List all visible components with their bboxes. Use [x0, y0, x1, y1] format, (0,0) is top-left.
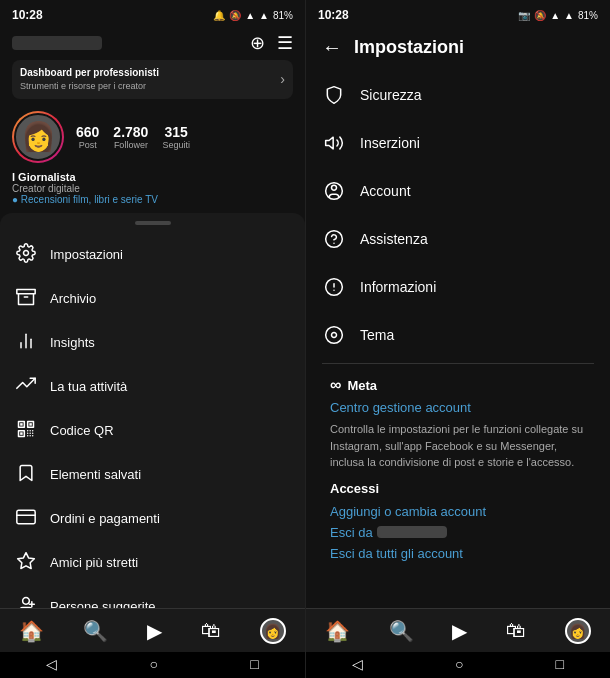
menu-item-insights[interactable]: Insights — [0, 321, 305, 365]
home-sys-btn-right[interactable]: ○ — [455, 656, 463, 672]
bookmark-icon — [16, 463, 36, 487]
card-icon — [16, 507, 36, 531]
home-sys-btn[interactable]: ○ — [150, 656, 158, 672]
menu-label-qr: Codice QR — [50, 423, 114, 438]
reels-nav-icon-right[interactable]: ▶ — [452, 619, 467, 643]
profile-header: ⊕ ☰ — [0, 28, 305, 60]
home-nav-icon[interactable]: 🏠 — [19, 619, 44, 643]
svg-point-36 — [326, 327, 343, 344]
qr-icon — [16, 419, 36, 443]
gear-icon — [16, 243, 36, 267]
esci-tutti-link[interactable]: Esci da tutti gli account — [330, 546, 586, 561]
profile-nav-avatar-right[interactable]: 👩 — [565, 618, 591, 644]
settings-item-account[interactable]: Account — [314, 167, 602, 215]
stat-seguiti-label: Seguiti — [162, 140, 190, 150]
signal-icon: ▲ — [259, 10, 269, 21]
shop-nav-icon[interactable]: 🛍 — [201, 619, 221, 642]
stat-seguiti-num: 315 — [164, 124, 187, 140]
settings-header: ← Impostazioni — [306, 28, 610, 71]
settings-title: Impostazioni — [354, 37, 464, 58]
bio-link[interactable]: ● Recensioni film, libri e serie TV — [12, 194, 293, 205]
avatar[interactable]: 👩 — [12, 111, 64, 163]
svg-rect-9 — [29, 423, 32, 426]
settings-item-tema[interactable]: Tema — [314, 311, 602, 359]
volume-icon-right: 🔕 — [534, 10, 546, 21]
menu-label-amici: Amici più stretti — [50, 555, 138, 570]
avatar-emoji: 👩 — [21, 120, 56, 153]
settings-item-assistenza[interactable]: Assistenza — [314, 215, 602, 263]
back-sys-btn[interactable]: ◁ — [46, 656, 57, 672]
menu-icon[interactable]: ☰ — [277, 32, 293, 54]
menu-label-ordini: Ordini e pagamenti — [50, 511, 160, 526]
dashboard-arrow-icon: › — [280, 71, 285, 87]
meta-symbol: ∞ — [330, 376, 341, 394]
bottom-nav-left: 🏠 🔍 ▶ 🛍 👩 — [0, 608, 305, 652]
svg-point-0 — [24, 250, 29, 255]
menu-item-archivio[interactable]: Archivio — [0, 277, 305, 321]
menu-item-impostazioni[interactable]: Impostazioni — [0, 233, 305, 277]
menu-item-qr[interactable]: Codice QR — [0, 409, 305, 453]
activity-icon — [16, 375, 36, 399]
svg-rect-8 — [20, 423, 23, 426]
back-sys-btn-right[interactable]: ◁ — [352, 656, 363, 672]
avatar-inner: 👩 — [14, 113, 62, 161]
menu-item-ordini[interactable]: Ordini e pagamenti — [0, 497, 305, 541]
info-icon — [322, 275, 346, 299]
header-icons: ⊕ ☰ — [250, 32, 293, 54]
profile-stats: 660 Post 2.780 Follower 315 Seguiti — [76, 124, 190, 150]
centro-gestione-link[interactable]: Centro gestione account — [330, 400, 586, 415]
meta-title: ∞ Meta — [330, 376, 586, 394]
bio-name: I Giornalista — [12, 171, 293, 183]
battery-right: 81% — [578, 10, 598, 21]
megaphone-icon — [322, 131, 346, 155]
status-bar-right: 10:28 📷 🔕 ▲ ▲ 81% — [306, 0, 610, 28]
menu-item-amici[interactable]: Amici più stretti — [0, 541, 305, 585]
username-bar — [12, 36, 102, 50]
menu-item-suggerite[interactable]: Persone suggerite — [0, 585, 305, 608]
settings-item-inserzioni[interactable]: Inserzioni — [314, 119, 602, 167]
bio-desc: Creator digitale — [12, 183, 293, 194]
stat-seguiti: 315 Seguiti — [162, 124, 190, 150]
settings-item-sicurezza[interactable]: Sicurezza — [314, 71, 602, 119]
sicurezza-label: Sicurezza — [360, 87, 421, 103]
add-icon[interactable]: ⊕ — [250, 32, 265, 54]
shop-nav-icon-right[interactable]: 🛍 — [506, 619, 526, 642]
battery-left: 81% — [273, 10, 293, 21]
left-panel: 10:28 🔔 🔕 ▲ ▲ 81% ⊕ ☰ Dashboard per prof… — [0, 0, 305, 678]
accessi-title: Accessi — [330, 481, 586, 496]
profile-nav-avatar[interactable]: 👩 — [260, 618, 286, 644]
stat-follower-label: Follower — [114, 140, 148, 150]
profile-info: 👩 660 Post 2.780 Follower 315 Seguiti — [0, 105, 305, 169]
search-nav-icon-right[interactable]: 🔍 — [389, 619, 414, 643]
menu-item-attivita[interactable]: La tua attività — [0, 365, 305, 409]
search-nav-icon[interactable]: 🔍 — [83, 619, 108, 643]
menu-label-impostazioni: Impostazioni — [50, 247, 123, 262]
right-panel: 10:28 📷 🔕 ▲ ▲ 81% ← Impostazioni Sicurez… — [305, 0, 610, 678]
settings-item-informazioni[interactable]: Informazioni — [314, 263, 602, 311]
reels-nav-icon[interactable]: ▶ — [147, 619, 162, 643]
time-left: 10:28 — [12, 8, 43, 22]
dashboard-title: Dashboard per professionisti — [20, 66, 159, 80]
status-icons-right: 📷 🔕 ▲ ▲ 81% — [518, 10, 598, 21]
home-nav-icon-right[interactable]: 🏠 — [325, 619, 350, 643]
dashboard-bar[interactable]: Dashboard per professionisti Strumenti e… — [12, 60, 293, 99]
aggiungi-account-link[interactable]: Aggiungi o cambia account — [330, 504, 586, 519]
archive-icon — [16, 287, 36, 311]
esci-da-username — [377, 526, 447, 538]
menu-label-attivita: La tua attività — [50, 379, 127, 394]
assistenza-label: Assistenza — [360, 231, 428, 247]
svg-rect-10 — [20, 432, 23, 435]
volume-icon: 🔕 — [229, 10, 241, 21]
stat-post-num: 660 — [76, 124, 99, 140]
stat-follower-num: 2.780 — [113, 124, 148, 140]
stat-post-label: Post — [79, 140, 97, 150]
menu-item-salvati[interactable]: Elementi salvati — [0, 453, 305, 497]
help-circle-icon — [322, 227, 346, 251]
svg-point-37 — [332, 333, 337, 338]
meta-title-text: Meta — [347, 378, 377, 393]
recent-sys-btn-right[interactable]: □ — [556, 656, 564, 672]
account-label: Account — [360, 183, 411, 199]
esci-da-link[interactable]: Esci da — [330, 525, 373, 540]
back-button[interactable]: ← — [322, 36, 342, 59]
recent-sys-btn[interactable]: □ — [250, 656, 258, 672]
